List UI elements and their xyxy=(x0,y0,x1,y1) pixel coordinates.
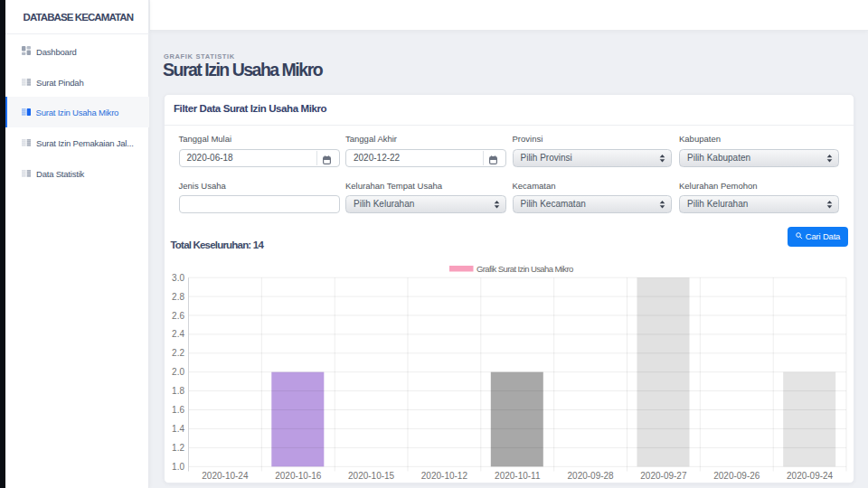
svg-text:2020-10-24: 2020-10-24 xyxy=(202,471,249,481)
svg-text:2020-10-15: 2020-10-15 xyxy=(348,471,395,481)
svg-text:2.0: 2.0 xyxy=(172,367,184,377)
svg-text:2.8: 2.8 xyxy=(172,292,184,302)
svg-text:1.2: 1.2 xyxy=(172,443,184,453)
svg-text:Grafik Surat Izin Usaha Mikro: Grafik Surat Izin Usaha Mikro xyxy=(476,264,573,274)
svg-text:2.2: 2.2 xyxy=(172,348,184,358)
svg-text:1.6: 1.6 xyxy=(172,405,184,415)
svg-text:2020-09-26: 2020-09-26 xyxy=(713,471,760,481)
svg-text:2020-09-27: 2020-09-27 xyxy=(640,471,687,481)
svg-text:2.4: 2.4 xyxy=(172,329,184,339)
svg-text:1.4: 1.4 xyxy=(172,424,184,434)
svg-text:1.0: 1.0 xyxy=(172,462,184,472)
svg-text:2020-09-28: 2020-09-28 xyxy=(568,471,615,481)
svg-text:1.8: 1.8 xyxy=(172,386,184,396)
svg-text:2020-10-12: 2020-10-12 xyxy=(421,471,468,481)
svg-text:2020-09-24: 2020-09-24 xyxy=(787,471,834,481)
svg-text:2020-10-11: 2020-10-11 xyxy=(495,471,541,481)
svg-text:2.6: 2.6 xyxy=(172,311,184,321)
svg-text:2020-10-16: 2020-10-16 xyxy=(275,471,322,481)
svg-text:3.0: 3.0 xyxy=(172,273,184,283)
